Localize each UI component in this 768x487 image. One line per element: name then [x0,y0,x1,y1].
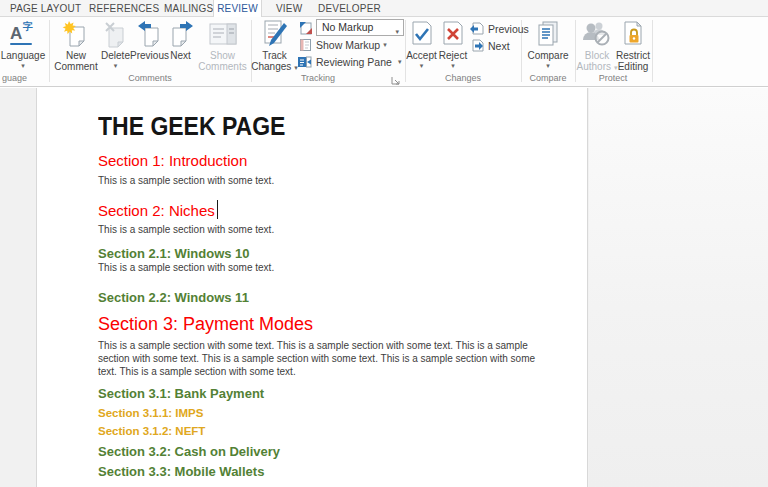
next-change-button[interactable]: Next [469,38,510,53]
reject-icon [440,18,466,50]
dropdown-caret-icon: ▾ [439,62,467,69]
ribbon: A字 Language▾ New Comment [0,17,768,87]
body-text[interactable]: This is a sample section with some text. [98,224,274,235]
reviewing-pane-icon [297,55,312,69]
tab-mailings[interactable]: MAILINGS [164,0,213,17]
tab-page-layout[interactable]: PAGE LAYOUT [10,0,81,17]
section-heading[interactable]: Section 1: Introduction [98,152,247,169]
comments-group-label: Comments [100,73,200,84]
accept-icon [409,18,435,50]
show-markup-button[interactable]: Show Markup ▾ [299,38,387,52]
tab-developer[interactable]: DEVELOPER [318,0,381,17]
tab-review[interactable]: REVIEW [213,0,262,18]
canvas-background [589,88,768,487]
section-heading[interactable]: Section 3.1: Bank Payment [98,386,264,401]
section-heading[interactable]: Section 3: Payment Modes [98,314,313,335]
section-heading[interactable]: Section 2.2: Windows 11 [98,290,249,305]
body-text[interactable]: This is a sample section with some text. [98,262,274,273]
dropdown-caret-icon: ▾ [1,62,46,69]
language-translate-icon: A字 [8,18,38,50]
dropdown-caret-icon: ▾ [395,24,399,39]
previous-change-button[interactable]: Previous [469,21,529,36]
show-comments-button[interactable]: Show Comments [196,18,249,86]
compare-icon [534,18,562,50]
show-comments-icon [208,18,238,50]
section-heading[interactable]: Section 2: Niches [98,200,218,219]
tracking-dialog-launcher-icon[interactable] [391,71,400,80]
tab-view[interactable]: VIEW [276,0,302,17]
display-for-review-icon [299,21,313,35]
document-canvas: THE GEEK PAGE Section 1: Introduction Th… [0,88,768,487]
dropdown-caret-icon: ▾ [406,62,437,69]
ribbon-tab-bar: PAGE LAYOUT REFERENCES MAILINGS REVIEW V… [0,0,768,17]
new-comment-icon [62,18,90,50]
body-text[interactable]: This is a sample section with some text. [98,175,274,186]
dropdown-caret-icon: ▾ [527,62,568,69]
word-window: PAGE LAYOUT REFERENCES MAILINGS REVIEW V… [0,0,768,487]
restrict-editing-icon [620,18,646,50]
next-change-icon [469,38,484,53]
delete-comment-icon [102,18,130,50]
display-for-review-combobox[interactable]: No Markup ▾ [316,19,404,36]
next-comment-icon [167,18,195,50]
reviewing-pane-button[interactable]: Reviewing Pane ▾ [297,55,401,69]
show-markup-icon [299,38,312,52]
section-heading[interactable]: Section 2.1: Windows 10 [98,246,250,261]
tab-references[interactable]: REFERENCES [89,0,159,17]
block-authors-icon [582,18,612,50]
new-comment-button[interactable]: New Comment [53,18,99,86]
body-paragraph[interactable]: This is a sample section with some text.… [98,339,540,378]
section-heading[interactable]: Section 3.3: Mobile Wallets [98,464,264,479]
protect-group-label: Protect [563,73,663,84]
previous-change-icon [469,21,484,36]
text-cursor [217,200,218,219]
previous-comment-icon [136,18,164,50]
dropdown-caret-icon: ▾ [398,58,402,66]
language-group-label: guage [0,73,34,84]
section-heading[interactable]: Section 3.1.1: IMPS [98,407,203,419]
dropdown-caret-icon: ▾ [101,62,130,69]
section-heading[interactable]: Section 3.1.2: NEFT [98,425,205,437]
track-changes-icon [261,18,289,50]
document-title[interactable]: THE GEEK PAGE [98,112,285,141]
document-page[interactable]: THE GEEK PAGE Section 1: Introduction Th… [36,88,588,487]
section-heading[interactable]: Section 3.2: Cash on Delivery [98,444,280,459]
tracking-group-label: Tracking [268,73,368,84]
dropdown-caret-icon: ▾ [383,41,387,49]
group-divider [49,20,50,82]
